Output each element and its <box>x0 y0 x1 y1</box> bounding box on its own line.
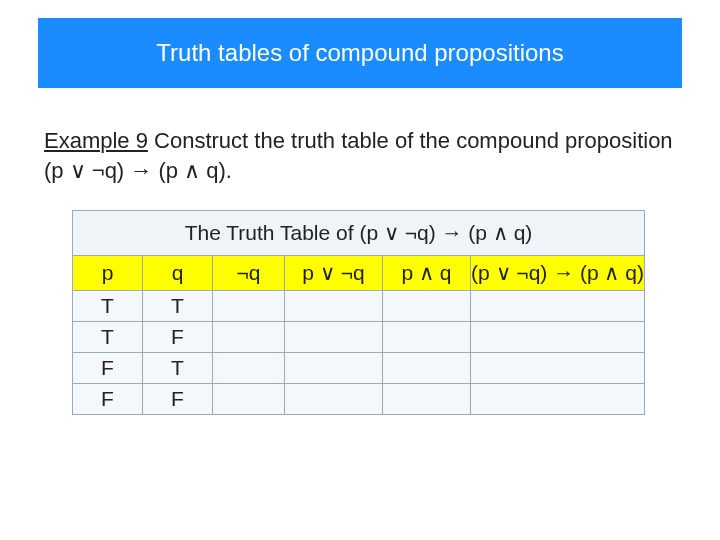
cell-q: T <box>143 291 213 322</box>
cell-q: T <box>143 353 213 384</box>
cell-final <box>471 353 645 384</box>
cell-notq <box>213 384 285 415</box>
cell-q: F <box>143 384 213 415</box>
col-header-final: (p ∨ ¬q) → (p ∧ q) <box>471 256 645 291</box>
cell-p: T <box>73 291 143 322</box>
cell-final <box>471 322 645 353</box>
col-header-pandq: p ∧ q <box>383 256 471 291</box>
col-header-p: p <box>73 256 143 291</box>
cell-pandq <box>383 291 471 322</box>
table-row: F F <box>73 384 645 415</box>
cell-pornq <box>285 322 383 353</box>
cell-p: T <box>73 322 143 353</box>
cell-notq <box>213 353 285 384</box>
cell-pornq <box>285 291 383 322</box>
cell-p: F <box>73 384 143 415</box>
cell-pornq <box>285 384 383 415</box>
col-header-notq: ¬q <box>213 256 285 291</box>
cell-p: F <box>73 353 143 384</box>
cell-pandq <box>383 353 471 384</box>
example-label: Example 9 <box>44 128 148 153</box>
truth-table: The Truth Table of (p ∨ ¬q) → (p ∧ q) p … <box>72 210 645 415</box>
col-header-pornq: p ∨ ¬q <box>285 256 383 291</box>
example-text: Example 9 Construct the truth table of t… <box>44 126 684 185</box>
cell-final <box>471 291 645 322</box>
table-row: T F <box>73 322 645 353</box>
page-title: Truth tables of compound propositions <box>156 39 563 67</box>
title-bar: Truth tables of compound propositions <box>38 18 682 88</box>
table-row: F T <box>73 353 645 384</box>
cell-pandq <box>383 384 471 415</box>
cell-final <box>471 384 645 415</box>
cell-pornq <box>285 353 383 384</box>
truth-table-container: The Truth Table of (p ∨ ¬q) → (p ∧ q) p … <box>72 210 644 415</box>
cell-notq <box>213 322 285 353</box>
cell-q: F <box>143 322 213 353</box>
cell-notq <box>213 291 285 322</box>
table-header-row: p q ¬q p ∨ ¬q p ∧ q (p ∨ ¬q) → (p ∧ q) <box>73 256 645 291</box>
table-caption: The Truth Table of (p ∨ ¬q) → (p ∧ q) <box>73 211 645 256</box>
table-row: T T <box>73 291 645 322</box>
col-header-q: q <box>143 256 213 291</box>
table-caption-row: The Truth Table of (p ∨ ¬q) → (p ∧ q) <box>73 211 645 256</box>
cell-pandq <box>383 322 471 353</box>
